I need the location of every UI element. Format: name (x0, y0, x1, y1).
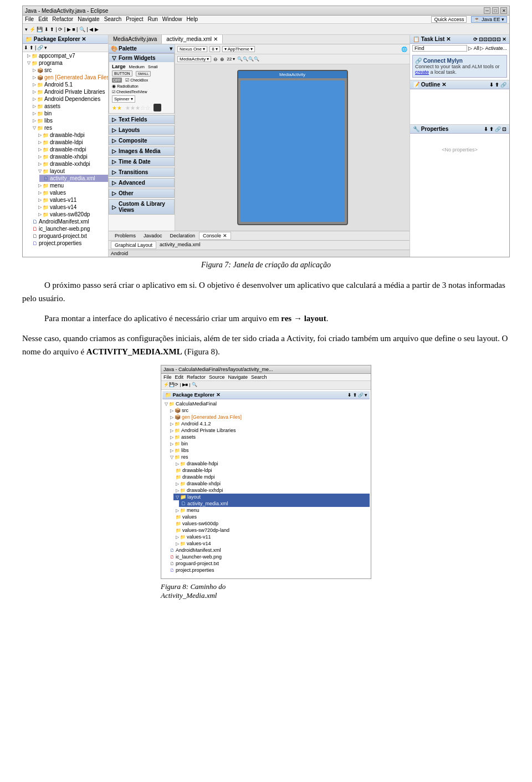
ide2-menu-refactor[interactable]: Refactor (187, 374, 206, 380)
tree2-activity-media-xml-highlighted[interactable]: 🗋 activity_media.xml (179, 500, 370, 507)
tree-assets[interactable]: ▷📁assets (28, 103, 108, 110)
outline-icon3[interactable]: 🔗 (500, 82, 507, 88)
api-selector[interactable]: 8 ▾ (209, 46, 220, 52)
tree2-calcula[interactable]: ▽📁CalculaMediaFinal (162, 400, 370, 407)
task-all[interactable]: ▷ All (468, 45, 479, 51)
tree2-drawable-hdpi[interactable]: ▷📁drawable-hdpi (173, 460, 370, 467)
tree-programa[interactable]: ▽📁programa (23, 59, 108, 67)
tree-android51[interactable]: ▷📁Android 5.1 (28, 81, 108, 88)
tree-drawable-mdpi[interactable]: ▷📁drawable-mdpi (34, 146, 108, 153)
tree-bin[interactable]: ▷📁bin (28, 110, 108, 117)
tree-activity-media-xml[interactable]: 🗋activity_media.xml (39, 175, 108, 182)
tree2-src[interactable]: ▷📦src (168, 407, 370, 414)
tab-javadoc[interactable]: Javadoc (140, 232, 166, 240)
tab-activity-media-xml-bottom[interactable]: activity_media.xml (156, 241, 204, 249)
ide2-menu-source[interactable]: Source (209, 374, 225, 380)
menu-run[interactable]: Run (147, 16, 157, 23)
radio-widget[interactable]: ◉ RadioButton (112, 84, 139, 89)
tab-problems[interactable]: Problems (111, 232, 140, 240)
tree-ic-launcher[interactable]: 🗋ic_launcher-web.png (28, 225, 108, 232)
props-icon2[interactable]: ⬆ (489, 126, 494, 132)
palette-menu-icon[interactable]: ▾ (170, 45, 172, 52)
tree2-project-props[interactable]: 🗋project.properties (168, 567, 370, 573)
tree-values-v14[interactable]: ▷📁values-v14 (34, 204, 108, 211)
props-icon3[interactable]: 🔗 (495, 126, 501, 132)
tree-android-dep[interactable]: ▷📁Android Dependencies (28, 95, 108, 103)
tree-values-sw820dp[interactable]: ▷📁values-sw820dp (34, 211, 108, 218)
tree-values[interactable]: ▷📁values (34, 189, 108, 196)
tree2-values-sw600dp[interactable]: 📁values-sw600dp (173, 520, 370, 527)
palette-other-header[interactable]: ▷ Other (109, 189, 174, 197)
tree-menu[interactable]: ▷📁menu (34, 182, 108, 189)
tree-project-props[interactable]: 🗋project.properties (28, 240, 108, 247)
menu-window[interactable]: Window (162, 16, 182, 23)
tab-media-activity-java[interactable]: MediaActivity.java (109, 35, 162, 44)
theme-selector[interactable]: ▾ AppTheme ▾ (222, 46, 255, 52)
minimize-icon[interactable]: ─ (484, 7, 490, 14)
tree2-proguard[interactable]: 🗋proguard-project.txt (168, 560, 370, 567)
tree2-android412[interactable]: ▷📁Android 4.1.2 (168, 420, 370, 427)
menu-search[interactable]: Search (104, 16, 122, 23)
menu-navigate[interactable]: Navigate (78, 16, 99, 23)
palette-custom-header[interactable]: ▷ Custom & Library Views (109, 200, 174, 214)
activity-selector[interactable]: MediaActivity ▾ (177, 56, 211, 62)
tree2-values-v11[interactable]: ▷📁values-v11 (173, 534, 370, 540)
link-create-task[interactable]: create (415, 69, 429, 75)
tree-appcompat[interactable]: ▷📁appcompat_v7 (23, 52, 108, 59)
zoom-in[interactable]: ⊕ (220, 57, 224, 62)
tree2-gen[interactable]: ▷📦gen [Generated Java Files] (168, 414, 370, 420)
menu-project[interactable]: Project (126, 16, 143, 23)
tree-values-v11[interactable]: ▷📁values-v11 (34, 196, 108, 204)
tree2-ic-launcher[interactable]: 🗋ic_launcher-web.png (168, 554, 370, 560)
menu-edit[interactable]: Edit (38, 16, 48, 23)
palette-form-widgets-header[interactable]: ▽ Form Widgets (109, 54, 174, 62)
checked-text-widget[interactable]: ☑ CheckedTextView (112, 90, 147, 94)
palette-time-header[interactable]: ▷ Time & Date (109, 158, 174, 166)
tree2-values-sw720dp[interactable]: 📁values-sw720dp-land (173, 527, 370, 534)
tree-libs[interactable]: ▷📁libs (28, 117, 108, 124)
task-refresh[interactable]: ⟳ (473, 37, 478, 42)
palette-advanced-header[interactable]: ▷ Advanced (109, 179, 174, 187)
tree2-layout-highlighted[interactable]: ▽ 📁 layout (173, 494, 370, 500)
tab-declaration[interactable]: Declaration (166, 232, 200, 240)
close-icon[interactable]: ✕ (500, 7, 507, 14)
tree2-values[interactable]: 📁values (173, 514, 370, 520)
outline-icon1[interactable]: ⬇ (489, 82, 494, 88)
menu-refactor[interactable]: Refactor (52, 16, 73, 23)
palette-text-fields-header[interactable]: ▷ Text Fields (109, 115, 174, 124)
palette-composite-header[interactable]: ▷ Composite (109, 136, 174, 145)
tree-res[interactable]: ▽📁res (28, 124, 108, 131)
tree-layout[interactable]: ▽📁layout (34, 167, 108, 175)
tree2-assets[interactable]: ▷📁assets (168, 434, 370, 440)
tree-drawable-xhdpi[interactable]: ▷📁drawable-xhdpi (34, 153, 108, 160)
tree-gen[interactable]: ▷📦gen [Generated Java Files] (28, 74, 108, 81)
tree-android-manifest[interactable]: 🗋AndroidManifest.xml (28, 218, 108, 225)
ide2-menu-file[interactable]: File (163, 374, 172, 380)
tree2-drawable-mdpi[interactable]: 📁drawable mdpi (173, 474, 370, 480)
tree2-android-private[interactable]: ▷📁Android Private Libraries (168, 427, 370, 434)
toggle-off-widget[interactable]: OFF (112, 78, 122, 83)
outline-icon2[interactable]: ⬆ (495, 82, 499, 88)
menu-help[interactable]: Help (186, 16, 198, 23)
tab-activity-media-xml[interactable]: activity_media.xml ✕ (162, 35, 222, 44)
tree-android-private[interactable]: ▷📁Android Private Libraries (28, 88, 108, 95)
zoom-out[interactable]: ⊖ (213, 57, 218, 62)
tab-graphical-layout[interactable]: Graphical Layout (111, 241, 156, 249)
task-activate[interactable]: ▷ Activate... (480, 45, 507, 51)
props-icon1[interactable]: ⬇ (484, 126, 488, 132)
tree2-drawable-ldpi[interactable]: 📁drawable-ldpi (173, 467, 370, 474)
ide2-menu-navigate[interactable]: Navigate (228, 374, 248, 380)
tree2-bin[interactable]: ▷📁bin (168, 440, 370, 447)
task-close[interactable]: ✕ (502, 37, 507, 42)
tree-drawable-hdpi[interactable]: ▷📁drawable-hdpi (34, 131, 108, 139)
spinner-widget[interactable]: Spinner ▾ (112, 95, 135, 103)
rating-bar-widget[interactable]: ★★ (112, 105, 122, 111)
tree-src[interactable]: ▷📦src (28, 67, 108, 74)
menu-file[interactable]: File (25, 16, 34, 23)
tree2-libs[interactable]: ▷📁libs (168, 447, 370, 454)
ide2-menu-edit[interactable]: Edit (175, 374, 184, 380)
tree2-drawable-xhdpi[interactable]: ▷📁drawable-xhdpi (173, 480, 370, 487)
tree-drawable-ldpi[interactable]: ▷📁drawable-ldpi (34, 139, 108, 146)
checkbox-widget[interactable]: ☑ CheckBox (125, 78, 148, 83)
tree2-res[interactable]: ▽📁res (168, 454, 370, 460)
